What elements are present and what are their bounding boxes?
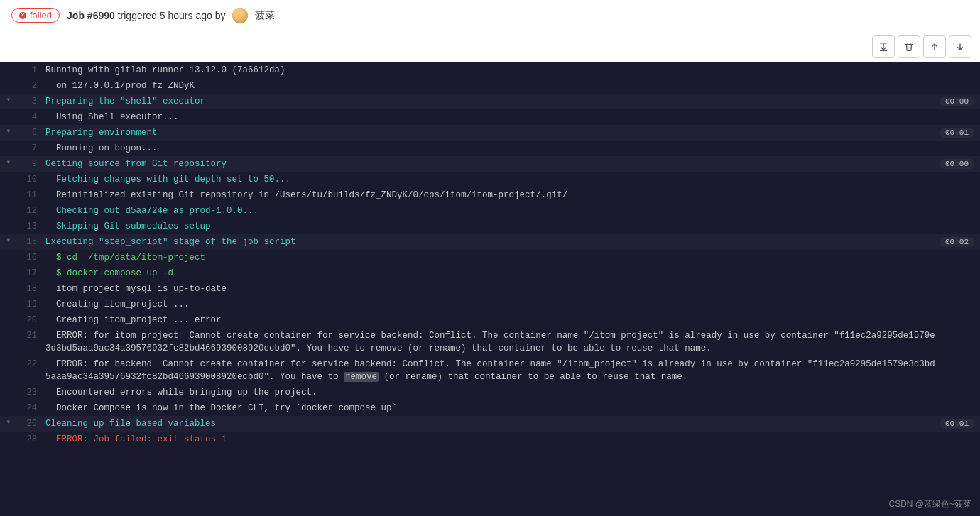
line-toggle[interactable] [0,125,17,135]
trash-icon [904,42,914,52]
line-toggle[interactable] [0,156,17,166]
line-timestamp: 00:01 [940,128,974,138]
line-timestamp: 00:00 [940,159,974,169]
line-number: 12 [17,203,43,219]
log-line: 24 Docker Compose is now in the Docker C… [0,400,980,416]
line-toggle [0,356,17,358]
line-number: 24 [17,400,43,416]
line-content: Reinitialized existing Git repository in… [43,187,980,203]
chevron-icon [7,96,11,104]
line-number: 6 [17,125,43,141]
line-content: Cleaning up file based variables [43,416,980,432]
job-title: Job #6990 triggered 5 hours ago by [67,10,225,21]
line-content: ERROR: Job failed: exit status 1 [43,432,980,447]
line-content: $ cd /tmp/data/itom-project [43,250,980,265]
log-line: 12 Checking out d5aa724e as prod-1.0.0..… [0,203,980,219]
line-number: 3 [17,94,43,109]
line-content: $ docker-compose up -d [43,265,980,281]
chevron-icon [7,127,11,135]
line-number: 22 [17,356,43,372]
line-content: ERROR: for itom_project Cannot create co… [43,328,980,356]
line-toggle [0,250,17,252]
line-content: Fetching changes with git depth set to 5… [43,172,980,187]
line-number: 16 [17,250,43,265]
line-number: 20 [17,312,43,328]
job-id: Job #6990 [67,10,115,21]
scroll-up-button[interactable] [923,35,946,58]
chevron-icon [7,236,11,244]
delete-button[interactable] [898,35,920,58]
line-content: Creating itom_project ... [43,297,980,312]
line-toggle[interactable] [0,94,17,104]
line-content: Encountered errors while bringing up the… [43,385,980,400]
line-number: 13 [17,219,43,234]
line-timestamp: 00:01 [940,419,974,429]
line-number: 21 [17,328,43,344]
log-container[interactable]: 1Running with gitlab-runner 13.12.0 (7a6… [0,62,980,516]
line-content: Executing "step_script" stage of the job… [43,234,980,250]
scroll-down-button[interactable] [949,35,971,58]
line-content: Running with gitlab-runner 13.12.0 (7a66… [43,62,980,78]
line-toggle [0,109,17,111]
log-line: 16 $ cd /tmp/data/itom-project [0,250,980,265]
download-icon [878,42,888,52]
log-line[interactable]: 3Preparing the "shell" executor00:00 [0,94,980,109]
line-toggle [0,62,17,65]
line-number: 1 [17,62,43,78]
highlight-word: remove [344,372,379,382]
log-line[interactable]: 6Preparing environment00:01 [0,125,980,141]
line-content: on 127.0.0.1/prod fz_ZNDyK [43,78,980,94]
line-toggle [0,78,17,80]
line-toggle[interactable] [0,234,17,244]
log-line: 28 ERROR: Job failed: exit status 1 [0,432,980,447]
line-toggle[interactable] [0,416,17,426]
log-line[interactable]: 9Getting source from Git repository00:00 [0,156,980,172]
line-number: 18 [17,281,43,297]
log-line[interactable]: 26Cleaning up file based variables00:01 [0,416,980,432]
line-number: 28 [17,432,43,447]
line-timestamp: 00:00 [940,97,974,106]
log-line: 23 Encountered errors while bringing up … [0,385,980,400]
log-line: 2 on 127.0.0.1/prod fz_ZNDyK [0,78,980,94]
line-number: 19 [17,297,43,312]
log-line: 21 ERROR: for itom_project Cannot create… [0,328,980,356]
log-line[interactable]: 15Executing "step_script" stage of the j… [0,234,980,250]
line-toggle [0,172,17,174]
avatar-image [232,8,248,23]
line-toggle [0,141,17,143]
download-button[interactable] [872,35,895,58]
line-content: Preparing environment [43,125,980,141]
line-toggle [0,187,17,190]
line-number: 15 [17,234,43,250]
line-content: Skipping Git submodules setup [43,219,980,234]
line-content: ERROR: for backend Cannot create contain… [43,356,980,385]
line-content: itom_project_mysql is up-to-date [43,281,980,297]
status-icon [19,12,26,19]
line-content: Checking out d5aa724e as prod-1.0.0... [43,203,980,219]
line-toggle [0,281,17,283]
line-content: Docker Compose is now in the Docker CLI,… [43,400,980,416]
log-line: 7 Running on bogon... [0,141,980,156]
log-line: 11 Reinitialized existing Git repository… [0,187,980,203]
line-number: 26 [17,416,43,432]
arrow-down-icon [955,42,965,52]
svg-rect-1 [880,50,887,51]
log-line: 1Running with gitlab-runner 13.12.0 (7a6… [0,62,980,78]
line-toggle [0,328,17,330]
line-toggle [0,219,17,221]
top-bar: failed Job #6990 triggered 5 hours ago b… [0,0,980,31]
avatar [232,8,248,23]
line-toggle [0,297,17,299]
watermark: CSDN @蓝绿色~菠菜 [888,498,971,510]
trigger-text: triggered 5 hours ago by [118,10,226,21]
log-line: 4 Using Shell executor... [0,109,980,125]
status-label: failed [30,10,52,21]
svg-rect-0 [880,43,887,44]
line-number: 10 [17,172,43,187]
line-number: 23 [17,385,43,400]
line-number: 11 [17,187,43,203]
log-line: 20 Creating itom_project ... error [0,312,980,328]
svg-rect-2 [883,43,884,48]
status-badge: failed [11,8,60,23]
line-toggle [0,312,17,314]
